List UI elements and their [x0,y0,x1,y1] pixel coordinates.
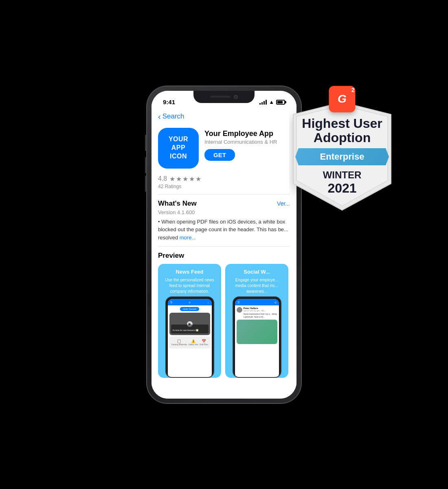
app-name: Your Employee App [204,129,290,138]
stars: ★ ★ ★ ★ ★ [169,175,201,183]
rating-row: 4.8 ★ ★ ★ ★ ★ [158,175,290,183]
badge-content: Highest UserAdoption Enterprise WINTER 2… [289,116,395,196]
status-time: 9:41 [163,99,175,105]
more-link[interactable]: more... [180,235,196,241]
phone-screen: 9:41 ▲ ‹ Search [152,91,296,399]
app-icon-text: YOUR APP ICON [169,135,188,160]
mini-tab-training: 📋 Training Materials [171,339,187,346]
badge-year: 2021 [297,181,387,196]
badge-ribbon: Enterprise [295,148,389,165]
preview-card-1-heading: News Feed [158,264,221,277]
scene: 9:41 ▲ ‹ Search [41,21,407,469]
app-icon: YOUR APP ICON [158,128,199,169]
whats-new-section: What's New Ver... Version 4.1.600 • When… [152,195,296,247]
notch [193,91,255,103]
signal-icon [259,100,267,105]
whats-new-body: • When opening PDF files on iOS devices,… [158,218,290,242]
g2-logo-superscript: 2 [351,87,355,93]
preview-title: Preview [158,252,290,260]
badge-main-text: Highest UserAdoption [297,116,387,145]
preview-scrollable[interactable]: News Feed Use the personalized news feed… [158,264,290,378]
app-header: YOUR APP ICON Your Employee App Internal… [152,125,296,173]
speaker [210,96,231,98]
ratings-count: 42 Ratings [158,184,290,189]
phone-device: 9:41 ▲ ‹ Search [147,86,301,403]
nav-back[interactable]: ‹ Search [152,109,296,125]
status-icons: ▲ [259,99,285,105]
get-button[interactable]: GET [204,149,235,161]
star-5: ★ [195,175,201,183]
whats-new-header: What's New Ver... [158,200,290,208]
star-4: ★ [189,175,195,183]
app-category: Internal Communications & HR [204,139,290,145]
preview-card-2-desc: Engage your employe... media content tha… [225,277,288,294]
mini-phone-2: ☰ ⊙ [233,296,281,378]
back-chevron-icon: ‹ [158,112,161,121]
preview-card-social[interactable]: Social W... Engage your employe... media… [225,264,288,378]
preview-card-news-feed[interactable]: News Feed Use the personalized news feed… [158,264,221,378]
wifi-icon: ▲ [269,99,274,105]
g2-badge: G 2 Highest UserAdoption Enterprise WINT… [289,94,395,224]
app-store-content: ‹ Search YOUR APP ICON Your Employee App [152,109,296,399]
version-link[interactable]: Ver... [277,200,290,207]
rating-section: 4.8 ★ ★ ★ ★ ★ 42 Ratings [152,173,296,194]
mini-bottom-tabs: 📋 Training Materials ⚠️ Safety Info [169,336,211,349]
camera [234,95,238,99]
star-3: ★ [182,175,188,183]
whats-new-title: What's New [158,200,197,208]
g2-logo-letter: G [338,92,347,105]
star-2: ★ [176,175,182,183]
app-info: Your Employee App Internal Communication… [204,128,290,161]
battery-icon [276,100,285,105]
mini-phone-screen-1: ☰ ⊙ ⋮ Hello Daniel! [168,299,212,378]
g2-logo: G 2 [329,86,356,112]
back-label[interactable]: Search [163,112,184,121]
preview-section: Preview News Feed Use the personalized n… [152,247,296,383]
version-text: Version 4.1.600 [158,209,290,215]
mini-tab-shift: 📅 Shift Plan [200,339,208,346]
preview-card-2-heading: Social W... [225,264,288,277]
badge-season: WINTER [297,169,387,181]
mini-phone-screen-2: ☰ ⊙ [235,299,279,378]
preview-card-1-desc: Use the personalized news feed to spread… [158,277,221,294]
star-1: ★ [169,175,175,183]
mini-phone-1: ☰ ⊙ ⋮ Hello Daniel! [165,296,214,378]
rating-number: 4.8 [158,175,167,182]
mini-tab-safety: ⚠️ Safety Info [189,339,198,346]
badge-shield: G 2 Highest UserAdoption Enterprise WINT… [289,94,395,212]
